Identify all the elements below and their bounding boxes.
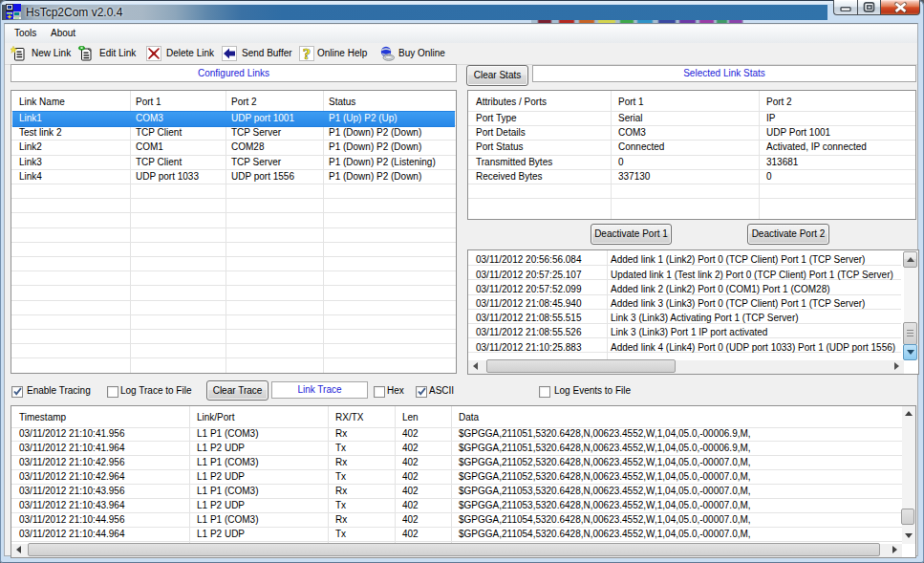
svg-text:?: ? bbox=[303, 46, 311, 61]
